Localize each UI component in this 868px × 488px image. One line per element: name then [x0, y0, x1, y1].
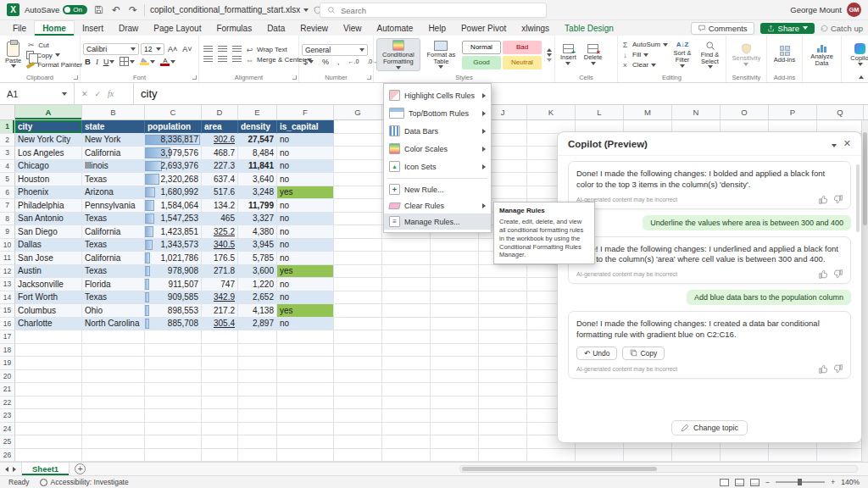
cell-A15[interactable]: Columbus: [15, 304, 82, 318]
cell-A24[interactable]: [15, 423, 82, 436]
cell-E13[interactable]: 1,220: [238, 278, 277, 291]
cell-C22[interactable]: [145, 396, 202, 410]
cell-G17[interactable]: [334, 330, 382, 344]
cell-O26[interactable]: [721, 449, 769, 463]
comma-style-button[interactable]: ,: [336, 58, 342, 66]
cell-C21[interactable]: [145, 383, 202, 396]
cell-K26[interactable]: [527, 449, 576, 463]
cell-B16[interactable]: North Carolina: [82, 318, 145, 331]
font-size-select[interactable]: 12: [141, 43, 164, 55]
redo-icon[interactable]: ↷: [127, 4, 139, 16]
cell-G11[interactable]: [334, 252, 382, 265]
insert-cells-button[interactable]: + Insert: [558, 43, 579, 66]
cell-B22[interactable]: [82, 396, 145, 410]
cell-C1[interactable]: population: [145, 120, 202, 134]
scrollbar-thumb[interactable]: [462, 467, 657, 471]
row-header-17[interactable]: 17: [0, 330, 15, 344]
document-title[interactable]: copilot_conditional_formatting_start.xls…: [150, 5, 309, 14]
tab-formulas[interactable]: Formulas: [209, 20, 259, 36]
cell-I20[interactable]: [431, 370, 479, 384]
cell-D7[interactable]: 134.2: [202, 199, 238, 213]
cell-A4[interactable]: Chicago: [15, 160, 82, 174]
cell-D25[interactable]: [202, 435, 238, 449]
cell-N26[interactable]: [672, 449, 721, 463]
cell-B26[interactable]: [82, 449, 145, 463]
copy-button[interactable]: Copy: [26, 51, 82, 59]
tab-draw[interactable]: Draw: [111, 20, 146, 36]
tab-page-layout[interactable]: Page Layout: [146, 20, 209, 36]
cell-H22[interactable]: [382, 396, 431, 410]
cell-A3[interactable]: Los Angeles: [15, 147, 82, 160]
cell-J19[interactable]: [479, 357, 527, 370]
row-header-10[interactable]: 10: [0, 239, 15, 252]
cell-I25[interactable]: [431, 435, 479, 449]
row-header-2[interactable]: 2: [0, 134, 15, 147]
cell-F1[interactable]: is_capital: [277, 120, 334, 134]
copilot-undo-button[interactable]: ↶Undo: [576, 347, 617, 360]
cell-G5[interactable]: [334, 173, 382, 186]
cell-B23[interactable]: [82, 409, 145, 423]
column-header-G[interactable]: G: [334, 105, 382, 119]
cell-B17[interactable]: [82, 330, 145, 344]
cell-J15[interactable]: [479, 304, 527, 318]
row-header-26[interactable]: 26: [0, 449, 15, 463]
column-header-L[interactable]: L: [576, 105, 624, 119]
cell-F18[interactable]: [277, 344, 334, 358]
horizontal-scrollbar[interactable]: [459, 465, 858, 473]
share-button[interactable]: Share: [760, 23, 815, 34]
cell-D5[interactable]: 637.4: [202, 173, 238, 186]
column-header-O[interactable]: O: [721, 105, 769, 119]
cf-menu-item-clear-rules[interactable]: Clear Rules: [384, 197, 491, 214]
tab-automate[interactable]: Automate: [370, 20, 421, 36]
cell-C17[interactable]: [145, 330, 202, 344]
column-header-A[interactable]: A: [15, 105, 82, 119]
cell-B10[interactable]: Texas: [82, 239, 145, 252]
cell-J18[interactable]: [479, 344, 527, 358]
cell-J26[interactable]: [479, 449, 527, 463]
cell-C12[interactable]: 978,908: [145, 265, 202, 279]
cell-J24[interactable]: [479, 423, 527, 436]
row-header-24[interactable]: 24: [0, 423, 15, 436]
cell-F16[interactable]: no: [277, 318, 334, 331]
avatar[interactable]: GM: [847, 3, 861, 17]
wrap-text-button[interactable]: ↩Wrap Text: [245, 46, 287, 54]
zoom-in-icon[interactable]: +: [831, 478, 835, 486]
cell-J17[interactable]: [479, 330, 527, 344]
cell-I24[interactable]: [431, 423, 479, 436]
cell-I21[interactable]: [431, 383, 479, 396]
increase-decimal-button[interactable]: ←.0: [347, 58, 361, 64]
cell-I11[interactable]: [431, 252, 479, 265]
cell-B14[interactable]: Texas: [82, 291, 145, 305]
cell-I18[interactable]: [431, 344, 479, 358]
cell-A9[interactable]: San Diego: [15, 225, 82, 239]
cell-E16[interactable]: 2,897: [238, 318, 277, 331]
cell-F13[interactable]: no: [277, 278, 334, 291]
cf-menu-item-highlight-cells-rules[interactable]: Highlight Cells Rules: [384, 86, 491, 104]
cell-A14[interactable]: Fort Worth: [15, 291, 82, 305]
zoom-slider-thumb[interactable]: [798, 479, 802, 485]
cut-button[interactable]: ✂Cut: [26, 41, 82, 49]
cell-C26[interactable]: [145, 449, 202, 463]
tab-table-design[interactable]: Table Design: [557, 20, 621, 36]
cell-F7[interactable]: no: [277, 199, 334, 213]
cell-E17[interactable]: [238, 330, 277, 344]
formula-input[interactable]: city: [134, 83, 868, 104]
cell-J23[interactable]: [479, 409, 527, 423]
comments-button[interactable]: Comments: [691, 22, 754, 35]
tab-insert[interactable]: Insert: [75, 20, 111, 36]
cell-I12[interactable]: [431, 265, 479, 279]
cell-D21[interactable]: [202, 383, 238, 396]
cell-D11[interactable]: 176.5: [202, 252, 238, 265]
clear-button[interactable]: ×Clear: [620, 61, 668, 69]
new-sheet-button[interactable]: +: [75, 463, 86, 474]
cell-B4[interactable]: Illinois: [82, 160, 145, 174]
cell-C5[interactable]: 2,320,268: [145, 173, 202, 186]
cell-F10[interactable]: no: [277, 239, 334, 252]
cell-I14[interactable]: [431, 291, 479, 305]
close-icon[interactable]: ✕: [843, 138, 851, 149]
row-header-14[interactable]: 14: [0, 291, 15, 305]
column-header-F[interactable]: F: [277, 105, 334, 119]
cell-I13[interactable]: [431, 278, 479, 291]
zoom-slider[interactable]: [776, 481, 825, 483]
cell-C15[interactable]: 898,553: [145, 304, 202, 318]
